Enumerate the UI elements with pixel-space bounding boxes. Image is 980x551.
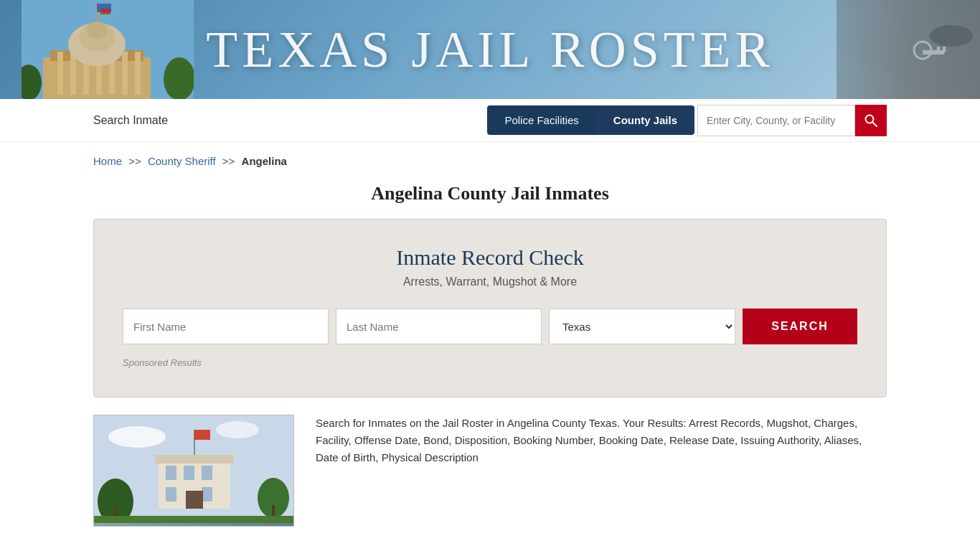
search-inmate-label: Search Inmate <box>93 114 168 127</box>
svg-rect-38 <box>194 430 210 440</box>
page-title: Angelina County Jail Inmates <box>0 183 980 204</box>
svg-rect-34 <box>166 487 176 501</box>
svg-rect-9 <box>135 52 141 95</box>
navbar-right: Police Facilities County Jails <box>487 105 887 136</box>
svg-point-12 <box>87 22 107 39</box>
facility-search-container <box>697 105 887 136</box>
banner-right-decoration <box>837 0 980 99</box>
capitol-image <box>22 0 194 99</box>
svg-rect-22 <box>937 47 940 51</box>
facility-search-button[interactable] <box>855 105 887 136</box>
sponsored-results-label: Sponsored Results <box>123 357 857 368</box>
svg-point-19 <box>930 25 973 47</box>
svg-point-28 <box>216 421 259 438</box>
svg-rect-18 <box>837 0 980 99</box>
banner-title: Texas Jail Roster <box>206 20 773 80</box>
svg-rect-15 <box>100 9 110 14</box>
breadcrumb-county-sheriff[interactable]: County Sheriff <box>148 155 216 167</box>
last-name-input[interactable] <box>336 309 542 344</box>
record-check-box: Inmate Record Check Arrests, Warrant, Mu… <box>93 219 887 397</box>
header-banner: Texas Jail Roster <box>0 0 980 99</box>
breadcrumb-sep1: >> <box>128 155 141 167</box>
svg-rect-3 <box>57 52 63 95</box>
bottom-description: Search for Inmates on the Jail Roster in… <box>316 415 887 466</box>
bottom-section: Search for Inmates on the Jail Roster in… <box>93 415 887 527</box>
breadcrumb-sep2: >> <box>222 155 235 167</box>
svg-rect-32 <box>184 466 194 480</box>
svg-rect-30 <box>155 455 234 463</box>
first-name-input[interactable] <box>123 309 329 344</box>
breadcrumb: Home >> County Sheriff >> Angelina <box>0 142 980 174</box>
record-search-button[interactable]: SEARCH <box>743 309 857 344</box>
breadcrumb-home[interactable]: Home <box>93 155 122 167</box>
svg-rect-21 <box>923 50 944 55</box>
svg-rect-36 <box>186 491 203 509</box>
record-check-title: Inmate Record Check <box>123 245 857 270</box>
svg-rect-35 <box>202 487 212 501</box>
facility-search-input[interactable] <box>697 105 855 136</box>
record-check-subtitle: Arrests, Warrant, Mugshot & More <box>123 276 857 288</box>
svg-rect-8 <box>122 52 128 95</box>
svg-rect-43 <box>94 516 294 523</box>
county-jails-button[interactable]: County Jails <box>596 105 694 135</box>
svg-rect-23 <box>943 47 946 52</box>
navbar: Search Inmate Police Facilities County J… <box>0 99 980 142</box>
police-facilities-button[interactable]: Police Facilities <box>487 105 595 135</box>
state-select[interactable]: AlabamaAlaskaArizonaArkansasCaliforniaCo… <box>549 309 735 344</box>
svg-rect-31 <box>166 466 176 480</box>
record-check-form: AlabamaAlaskaArizonaArkansasCaliforniaCo… <box>123 309 857 344</box>
breadcrumb-current: Angelina <box>242 155 287 167</box>
svg-line-25 <box>873 122 877 126</box>
svg-point-27 <box>108 426 166 448</box>
svg-rect-33 <box>202 466 212 480</box>
angelina-building-image <box>93 415 294 527</box>
search-icon <box>864 113 878 128</box>
